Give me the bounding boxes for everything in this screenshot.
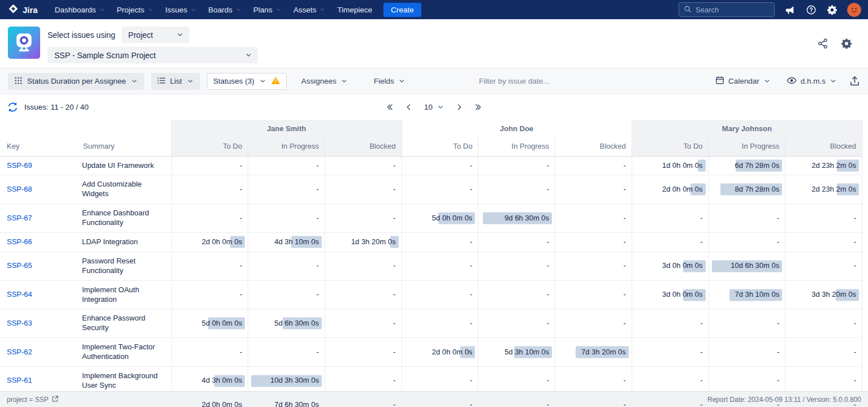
issue-summary-cell: Add Customizable Widgets [76, 175, 171, 204]
chevron-down-icon [147, 6, 154, 13]
calendar-value: Calendar [728, 77, 759, 85]
report-settings-icon[interactable] [841, 38, 852, 49]
duration-format-select[interactable]: d.h.m.s [783, 73, 840, 90]
issue-key-link[interactable]: SSP-62 [7, 348, 32, 356]
issue-key-cell: SSP-69 [0, 156, 76, 175]
last-page-button[interactable] [472, 101, 485, 114]
project-select-value: SSP - Sample Scrum Project [54, 51, 156, 60]
search-input[interactable] [696, 6, 770, 14]
statuses-filter[interactable]: Statuses (3) [207, 73, 287, 90]
user-avatar[interactable] [847, 3, 861, 17]
share-button[interactable] [817, 38, 828, 49]
top-nav: Jira DashboardsProjectsIssuesBoardsPlans… [0, 0, 868, 19]
toolbar-right: Calendar d.h.m.s [712, 73, 860, 90]
page-size-select[interactable]: 10 [422, 103, 446, 111]
assignees-filter[interactable]: Assignees [298, 73, 351, 90]
project-select[interactable]: SSP - Sample Scrum Project [47, 47, 258, 63]
issues-count: Issues: 11 - 20 / 40 [24, 103, 89, 111]
duration-cell: 5d 0h 0m 0s [401, 204, 478, 233]
view-select[interactable]: List [151, 73, 200, 90]
statuses-filter-value: Statuses (3) [213, 77, 254, 85]
fields-select[interactable]: Fields [370, 73, 409, 90]
duration-cell: - [325, 252, 401, 280]
calendar-icon [715, 76, 724, 86]
first-page-button[interactable] [383, 101, 396, 114]
duration-cell: 3d 0h 0m 0s [632, 252, 709, 280]
refresh-button[interactable] [7, 102, 18, 112]
issue-key-cell: SSP-67 [0, 204, 76, 233]
duration-cell: - [248, 252, 325, 280]
create-button[interactable]: Create [383, 3, 421, 17]
duration-cell: - [248, 204, 325, 233]
duration-cell: 6d 7h 28m 0s [709, 156, 785, 175]
duration-cell: 1d 0h 0m 0s [632, 156, 709, 175]
status-column-header: To Do [401, 137, 478, 156]
duration-cell: - [401, 232, 478, 252]
nav-item-projects[interactable]: Projects [111, 0, 160, 19]
duration-cell: - [478, 175, 555, 204]
assignee-group-header: John Doe [401, 120, 632, 137]
issue-date-filter[interactable]: Filter by issue date... [479, 77, 550, 85]
issue-key-link[interactable]: SSP-66 [7, 237, 32, 246]
duration-cell: - [248, 338, 325, 367]
view-value: List [170, 77, 182, 85]
duration-cell: - [325, 156, 401, 175]
duration-cell: - [248, 156, 325, 175]
duration-cell: - [171, 280, 248, 309]
column-header-row: KeySummaryTo DoIn ProgressBlockedTo DoIn… [0, 137, 862, 156]
duration-cell: 2d 0h 0m 0s [632, 175, 709, 204]
duration-cell: 7d 3h 10m 0s [709, 280, 785, 309]
nav-item-timepiece[interactable]: Timepiece [331, 0, 378, 19]
duration-cell: - [555, 309, 632, 338]
issue-key-link[interactable]: SSP-68 [7, 185, 32, 193]
duration-cell: 2d 0h 0m 0s [401, 338, 478, 367]
assignee-group-header: Jane Smith [171, 120, 401, 137]
issue-row: SSP-62Implement Two-Factor Authenticatio… [0, 338, 862, 367]
issue-summary-cell: Update UI Framework [76, 156, 171, 175]
pagination: 10 [383, 101, 485, 114]
grid-icon [14, 76, 23, 86]
issue-key-link[interactable]: SSP-63 [7, 319, 32, 327]
duration-cell: 4d 3h 10m 0s [248, 232, 325, 252]
jira-logo-icon [8, 3, 19, 16]
nav-item-boards[interactable]: Boards [202, 0, 248, 19]
issue-source-controls: Select issues using Project SSP - Sample… [47, 27, 258, 63]
help-icon[interactable] [805, 4, 817, 15]
duration-cell: - [401, 280, 478, 309]
export-button[interactable] [849, 76, 860, 86]
issue-key-link[interactable]: SSP-67 [7, 214, 32, 222]
duration-cell: - [709, 309, 785, 338]
jira-home-link[interactable]: Jira [7, 3, 42, 16]
report-type-select[interactable]: Status Duration per Assignee [8, 73, 144, 90]
duration-cell: - [401, 175, 478, 204]
next-page-button[interactable] [453, 101, 465, 114]
status-duration-table: Jane SmithJohn DoeMary Johnson KeySummar… [0, 120, 862, 407]
nav-item-plans[interactable]: Plans [248, 0, 288, 19]
jira-window: Jira DashboardsProjectsIssuesBoardsPlans… [0, 0, 868, 407]
nav-item-dashboards[interactable]: Dashboards [49, 0, 111, 19]
jql-filter[interactable]: project = SSP [7, 395, 59, 404]
announcements-icon[interactable] [784, 4, 796, 15]
nav-item-label: Dashboards [55, 6, 96, 14]
global-search[interactable] [679, 2, 775, 17]
issue-key-link[interactable]: SSP-65 [7, 261, 32, 270]
issue-key-link[interactable]: SSP-64 [7, 290, 32, 298]
settings-icon[interactable] [826, 4, 837, 15]
duration-cell: 5d 3h 10m 0s [478, 338, 555, 367]
issue-source-select[interactable]: Project [122, 27, 189, 43]
issue-row: SSP-67Enhance Dashboard Functionality---… [0, 204, 862, 233]
issue-key-cell: SSP-66 [0, 232, 76, 252]
prev-page-button[interactable] [403, 101, 415, 114]
chevron-right-icon [455, 103, 464, 111]
issue-key-link[interactable]: SSP-69 [7, 161, 32, 170]
chevron-left-icon [404, 103, 413, 111]
calendar-select[interactable]: Calendar [712, 73, 774, 90]
assignee-group-row: Jane SmithJohn DoeMary Johnson [0, 120, 862, 137]
nav-item-assets[interactable]: Assets [288, 0, 332, 19]
duration-cell: - [171, 204, 248, 233]
issue-key-link[interactable]: SSP-61 [7, 376, 32, 384]
nav-item-issues[interactable]: Issues [159, 0, 202, 19]
duration-cell: - [325, 280, 401, 309]
timepiece-app-icon [8, 27, 40, 59]
issue-summary-cell: Implement OAuth Integration [76, 280, 171, 309]
